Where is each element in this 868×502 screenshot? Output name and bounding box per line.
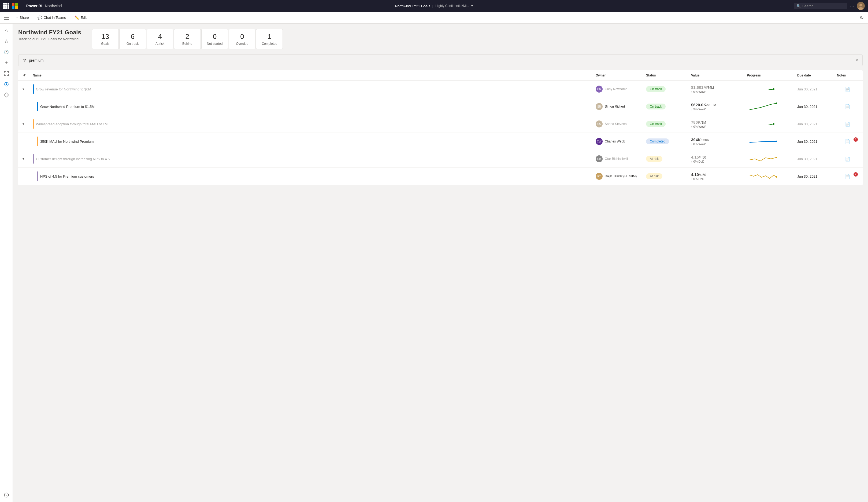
stat-card-not-started: 0Not started <box>201 29 228 49</box>
status-cell: At risk <box>646 173 689 179</box>
stat-card-on-track: 6On track <box>119 29 146 49</box>
sidebar-item-favorites[interactable]: ☆ <box>2 37 11 46</box>
row-name: Customer delight through increasing NPS … <box>33 154 593 164</box>
svg-rect-7 <box>4 71 6 73</box>
share-button[interactable]: ↑ Share <box>14 14 31 21</box>
svg-rect-2 <box>12 6 14 9</box>
sidebar-item-metrics[interactable] <box>2 79 11 89</box>
notes-cell[interactable]: 📄 <box>837 122 858 127</box>
owner-cell: RTRajat Talwar (HE/HIM) <box>596 173 644 180</box>
due-date-cell: Jun 30, 2021 <box>797 87 835 91</box>
value-main: 780K <box>691 120 701 124</box>
value-target: /350K <box>701 138 709 142</box>
status-badge: On track <box>646 103 665 110</box>
row-side-bar <box>37 102 38 111</box>
page-title: Northwind FY21 Goals <box>18 29 81 36</box>
table-row: Grow Northwind Premium to $1.5MSRSimon R… <box>18 98 862 116</box>
filter-bar: ⧩ premium × <box>18 54 862 66</box>
header-progress: Progress <box>747 73 795 77</box>
table-row: 350K MAU for Northwind PremiumCWCharles … <box>18 133 862 150</box>
table-row: ▾Customer delight through increasing NPS… <box>18 150 862 168</box>
value-main: $1.601M <box>691 85 706 90</box>
workspace-name[interactable]: Northwind <box>45 4 62 8</box>
table-row-row2[interactable]: Grow Northwind Premium to $1.5MSRSimon R… <box>18 98 862 115</box>
table-row-row6[interactable]: NPS of 4.5 for Premium customersRTRajat … <box>18 168 862 185</box>
edit-button[interactable]: ✏️ Edit <box>73 14 88 21</box>
notes-cell[interactable]: 📄1 <box>837 139 858 144</box>
filter-value: premium <box>29 58 852 62</box>
expand-icon[interactable]: ▾ <box>22 87 24 91</box>
due-date-cell: Jun 30, 2021 <box>797 174 835 178</box>
owner-avatar: OB <box>596 155 603 162</box>
table-row-row5[interactable]: ▾Customer delight through increasing NPS… <box>18 150 862 168</box>
sidebar-item-browse[interactable] <box>2 69 11 78</box>
clear-filter-button[interactable]: × <box>855 58 858 63</box>
header-due-date: Due date <box>797 73 835 77</box>
table-row-row3[interactable]: ▾Widespread adoption through total MAU o… <box>18 116 862 132</box>
svg-point-18 <box>773 123 774 125</box>
value-target: /1M <box>701 121 706 124</box>
more-options-icon[interactable]: ··· <box>850 3 854 9</box>
search-input[interactable] <box>802 4 840 8</box>
notes-cell[interactable]: 📄2 <box>837 174 858 179</box>
progress-cell <box>747 119 795 129</box>
value-change: ↑ 3% WoW <box>691 108 745 111</box>
owner-avatar: CN <box>596 86 603 92</box>
notes-cell[interactable]: 📄 <box>837 87 858 92</box>
search-box[interactable]: 🔍 <box>794 3 847 9</box>
notes-icon[interactable]: 📄 <box>845 122 850 127</box>
hamburger-menu[interactable] <box>4 16 9 20</box>
progress-cell <box>747 84 795 94</box>
svg-rect-9 <box>4 74 6 76</box>
confidential-label: Highly Confidential\Mi... <box>435 4 469 8</box>
value-main: 394K <box>691 137 701 142</box>
sidebar-item-create[interactable]: + <box>2 58 11 68</box>
svg-point-5 <box>859 4 862 7</box>
svg-point-16 <box>773 88 774 90</box>
header-value: Value <box>691 73 745 77</box>
notes-icon[interactable]: 📄 <box>845 157 850 161</box>
search-icon: 🔍 <box>796 4 801 8</box>
page-subtitle: Tracking our FY21 Goals for Northwind <box>18 37 81 41</box>
value-change: ↑ 0% DoD <box>691 177 745 181</box>
sidebar-item-home[interactable]: ⌂ <box>2 26 11 36</box>
stat-card-at-risk: 4At risk <box>147 29 174 49</box>
table-row-row4[interactable]: 350K MAU for Northwind PremiumCWCharles … <box>18 133 862 150</box>
apps-menu-icon[interactable] <box>3 3 9 9</box>
stat-card-goals: 13Goals <box>92 29 119 49</box>
value-cell: $1.601M/$6M↑ 0% WoW <box>691 85 745 93</box>
header-status: Status <box>646 73 689 77</box>
refresh-button[interactable]: ↻ <box>860 15 864 21</box>
notes-icon[interactable]: 📄 <box>845 104 850 109</box>
sidebar-item-learn[interactable]: ? <box>2 490 11 500</box>
progress-cell <box>747 136 795 147</box>
expand-icon[interactable]: ▾ <box>22 122 24 126</box>
user-avatar[interactable] <box>857 2 865 10</box>
notes-cell[interactable]: 📄 <box>837 104 858 109</box>
svg-rect-1 <box>15 3 18 6</box>
chat-in-teams-button[interactable]: 💬 Chat in Teams <box>36 14 68 21</box>
svg-rect-3 <box>15 6 18 9</box>
notes-icon[interactable]: 📄 <box>845 139 850 144</box>
notes-icon[interactable]: 📄 <box>845 174 850 179</box>
table-row: ▾Widespread adoption through total MAU o… <box>18 116 862 133</box>
value-change: ↑ 0% DoD <box>691 160 745 163</box>
page-header: Northwind FY21 Goals Tracking our FY21 G… <box>18 29 862 49</box>
value-target: /4.50 <box>699 173 706 177</box>
stats-row: 13Goals6On track4At risk2Behind0Not star… <box>92 29 862 49</box>
row-side-bar <box>33 84 34 94</box>
row-name: 350K MAU for Northwind Premium <box>33 137 593 146</box>
value-cell: 4.15/4.50↑ 0% DoD <box>691 155 745 163</box>
filter-icon: ⧩ <box>23 58 26 63</box>
notes-icon[interactable]: 📄 <box>845 87 850 92</box>
value-change: ↑ 0% WoW <box>691 142 745 146</box>
table-row-row1[interactable]: ▾Grow revenue for Northwind to $6MCNCarl… <box>18 80 862 98</box>
sidebar-item-apps[interactable] <box>2 90 11 100</box>
table-header: ⧩ Name Owner Status Value Progress Due d… <box>18 70 862 80</box>
expand-icon[interactable]: ▾ <box>22 157 24 161</box>
title-dropdown-icon[interactable]: ▾ <box>471 4 473 8</box>
notes-cell[interactable]: 📄 <box>837 157 858 161</box>
svg-text:?: ? <box>6 493 7 496</box>
status-cell: Completed <box>646 139 689 144</box>
sidebar-item-recent[interactable]: 🕐 <box>2 47 11 57</box>
